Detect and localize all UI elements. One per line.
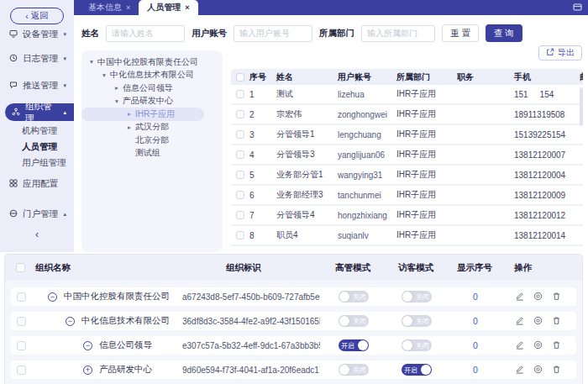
delete-icon[interactable] bbox=[552, 340, 561, 351]
sidebar-item-app-config[interactable]: 应用配置 bbox=[0, 176, 74, 192]
executive-mode-toggle[interactable]: 关闭 bbox=[339, 291, 369, 302]
search-button[interactable]: 查 询 bbox=[486, 24, 522, 42]
caret-icon[interactable]: ▸ bbox=[128, 124, 135, 131]
expand-toggle-icon[interactable]: − bbox=[66, 317, 75, 326]
app-grid-icon bbox=[9, 179, 18, 189]
monitor-icon bbox=[9, 29, 18, 39]
tree-node[interactable]: ▸ IHR子应用 bbox=[81, 108, 204, 121]
filter-form: 姓名 用户账号 所属部门 重 置 查 询 bbox=[81, 24, 522, 42]
guest-mode-toggle[interactable]: 关闭 bbox=[402, 315, 432, 327]
table-row[interactable]: − 信息公司领导 e307c57a-5b32-4eff-9dc1-67a3bb3… bbox=[11, 336, 576, 355]
sidebar-item-user-group-management[interactable]: 用户组管理 bbox=[0, 156, 74, 169]
guest-mode-toggle[interactable]: 关闭 bbox=[402, 291, 432, 302]
table-row[interactable]: 3 分管领导1 lengchuang IHR子应用 15139225154 bbox=[231, 125, 583, 145]
row-checkbox[interactable] bbox=[236, 231, 244, 239]
tab-personnel-management[interactable]: 人员管理 × bbox=[139, 0, 197, 15]
row-checkbox[interactable] bbox=[17, 292, 26, 302]
reset-button[interactable]: 重 置 bbox=[442, 24, 479, 42]
table-row[interactable]: 7 分管领导4 hongzhixiang IHR子应用 13812120012 bbox=[231, 206, 583, 226]
row-checkbox[interactable] bbox=[236, 110, 244, 118]
delete-icon[interactable] bbox=[552, 316, 561, 327]
account-label: 用户账号 bbox=[192, 28, 227, 39]
sidebar-item-personnel-management[interactable]: 人员管理 bbox=[0, 140, 74, 153]
table-row[interactable]: − 中国中化控股有限责任公司 a67243d8-5ef7-450b-b609-7… bbox=[11, 287, 576, 306]
sidebar-item-institution-management[interactable]: 机构管理 bbox=[0, 124, 74, 137]
sidebar-item-push-management[interactable]: 推送管理 ▾ bbox=[0, 77, 74, 94]
expand-toggle-icon[interactable]: + bbox=[83, 366, 92, 375]
user-table: 序号 姓名 用户账号 所属部门 职务 手机 邮箱 1 测试 lizehua IH… bbox=[231, 69, 583, 252]
table-row[interactable]: 2 宗宏伟 zonghongwei IHR子应用 18911319508 bbox=[231, 105, 583, 125]
row-checkbox[interactable] bbox=[236, 211, 244, 219]
table-row[interactable]: − 中化信息技术有限公司 36df8d3c-3584-4fe2-a9f2-43f… bbox=[11, 312, 576, 330]
select-all-checkbox[interactable] bbox=[236, 73, 244, 82]
caret-icon[interactable]: ▾ bbox=[115, 97, 123, 105]
chevron-up-icon: ▴ bbox=[63, 109, 66, 116]
close-icon[interactable]: × bbox=[126, 3, 130, 12]
organization-table-body: − 中国中化控股有限责任公司 a67243d8-5ef7-450b-b609-7… bbox=[5, 287, 582, 379]
table-row[interactable]: 8 职员4 suqianlv IHR子应用 13812120014 bbox=[231, 226, 583, 246]
sidebar-item-device-management[interactable]: 设备管理 ▾ bbox=[0, 26, 74, 43]
vertical-scrollbar[interactable] bbox=[580, 87, 583, 126]
account-input[interactable] bbox=[234, 25, 312, 42]
executive-mode-toggle[interactable]: 开启 bbox=[339, 339, 369, 351]
guest-mode-toggle[interactable]: 开启 bbox=[402, 364, 432, 376]
tree-node[interactable]: ▾ 中国中化控股有限责任公司 bbox=[81, 55, 223, 69]
caret-icon[interactable]: ▸ bbox=[115, 84, 123, 92]
department-input[interactable] bbox=[361, 25, 435, 42]
table-row[interactable]: + 产品研发中心 9d60e594-f73f-4041-af1a-20f6ead… bbox=[11, 360, 576, 379]
tree-node[interactable]: 测试组 bbox=[81, 147, 223, 160]
row-checkbox[interactable] bbox=[236, 90, 244, 98]
tree-node[interactable]: ▸ 信息公司领导 bbox=[81, 82, 223, 95]
edit-icon[interactable] bbox=[515, 365, 524, 376]
edit-icon[interactable] bbox=[515, 340, 524, 351]
sidebar-item-organization-management[interactable]: 组织管理 ▴ bbox=[5, 103, 74, 121]
table-row[interactable]: 5 业务部分管1 wangying31 IHR子应用 13812120004 bbox=[231, 166, 583, 186]
executive-mode-toggle[interactable]: 关闭 bbox=[339, 364, 369, 376]
row-checkbox[interactable] bbox=[17, 341, 26, 350]
expand-toggle-icon[interactable]: − bbox=[48, 292, 57, 302]
name-input[interactable] bbox=[106, 25, 185, 42]
select-all-checkbox[interactable] bbox=[16, 263, 25, 272]
edit-icon[interactable] bbox=[515, 292, 524, 302]
tree-node[interactable]: ▾ 产品研发中心 bbox=[81, 95, 223, 108]
sidebar-item-log-management[interactable]: 日志管理 ▾ bbox=[0, 50, 74, 67]
back-button[interactable]: ‹ 返回 bbox=[10, 8, 64, 24]
gear-icon[interactable] bbox=[533, 340, 543, 351]
delete-icon[interactable] bbox=[552, 292, 561, 302]
expand-toggle-icon[interactable]: − bbox=[83, 341, 92, 350]
row-checkbox[interactable] bbox=[236, 191, 244, 199]
sidebar-collapse-button[interactable]: ‹ bbox=[29, 228, 45, 241]
organization-table: 组织名称 组织标识 高管模式 访客模式 显示序号 操作 − 中国中化控股有限责任… bbox=[4, 254, 583, 384]
guest-mode-toggle[interactable]: 关闭 bbox=[402, 339, 432, 351]
gear-icon[interactable] bbox=[533, 292, 543, 302]
org-tree: ▾ 中国中化控股有限责任公司 ▾ 中化信息技术有限公司 ▸ 信息公司领导 ▾ 产… bbox=[81, 50, 223, 252]
row-checkbox[interactable] bbox=[17, 317, 26, 326]
tab-basic-info[interactable]: 基本信息 × bbox=[80, 0, 139, 15]
table-row[interactable]: 4 分管领导3 yanglijuan06 IHR子应用 13812120007 bbox=[231, 145, 583, 166]
caret-icon[interactable]: ▸ bbox=[128, 110, 135, 118]
message-icon bbox=[9, 81, 18, 91]
row-checkbox[interactable] bbox=[236, 130, 244, 139]
caret-icon[interactable]: ▾ bbox=[102, 71, 110, 79]
tree-node[interactable]: ▾ 中化信息技术有限公司 bbox=[81, 69, 223, 82]
caret-icon[interactable]: ▾ bbox=[90, 58, 97, 66]
gear-icon[interactable] bbox=[533, 365, 543, 376]
table-row[interactable]: 6 业务部经理3 tanchunmei IHR子应用 13812120009 bbox=[231, 186, 583, 206]
tree-node[interactable]: ▸ 武汉分部 bbox=[81, 121, 223, 134]
collapse-icon: ‹ bbox=[35, 229, 39, 240]
main-content: 姓名 用户账号 所属部门 重 置 查 询 导出 ▾ 中国中化控股有限责任公司 ▾… bbox=[74, 15, 588, 252]
organization-table-header: 组织名称 组织标识 高管模式 访客模式 显示序号 操作 bbox=[5, 255, 582, 281]
row-checkbox[interactable] bbox=[236, 150, 244, 159]
tree-node[interactable]: 北京分部 bbox=[81, 134, 223, 147]
sidebar-item-portal-management[interactable]: 门户管理 ▴ bbox=[0, 206, 74, 223]
edit-icon[interactable] bbox=[515, 316, 524, 327]
delete-icon[interactable] bbox=[552, 365, 561, 376]
close-icon[interactable]: × bbox=[185, 3, 189, 12]
row-checkbox[interactable] bbox=[17, 366, 26, 375]
gear-icon[interactable] bbox=[533, 316, 543, 327]
tab-options-icon[interactable] bbox=[573, 3, 582, 13]
chevron-left-icon: ‹ bbox=[25, 11, 29, 21]
row-checkbox[interactable] bbox=[236, 171, 244, 179]
executive-mode-toggle[interactable]: 关闭 bbox=[339, 315, 369, 327]
table-row[interactable]: 1 测试 lizehua IHR子应用 151 154 bbox=[231, 85, 583, 105]
